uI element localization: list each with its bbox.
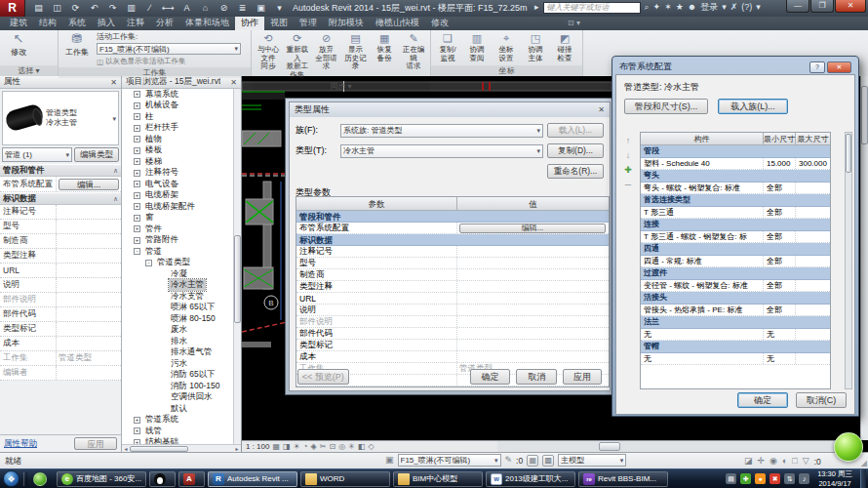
worksets-dialog-icon[interactable]: ▦ [527,455,538,467]
cancel-button[interactable]: 取消 [516,369,557,385]
view-scale-button[interactable]: 1 : 100 [246,442,269,451]
ribbon-tab[interactable]: 注释 [121,15,150,30]
browser-hscroll-thumb[interactable] [130,446,188,452]
show-crop-icon[interactable]: ⊡ [329,442,335,452]
shadows-icon[interactable]: ◔ [303,442,308,452]
tree-expander-icon[interactable]: + [134,192,140,199]
start-button[interactable]: ❖ [3,470,20,487]
save-icon[interactable]: ◫ [50,1,64,15]
tray-alert-icon[interactable]: ✖ [769,473,780,484]
ok-button[interactable]: 确定 [737,392,788,408]
canvas-vertical-scrollbar[interactable] [860,76,868,440]
close-icon[interactable]: ✕ [230,78,237,87]
coordination-review-button[interactable]: ▥ 协调 查阅 [462,31,492,62]
restore-backup-button[interactable]: ▦ 恢复 备份 [370,31,399,62]
worksets-button[interactable]: ⛃ 工作集 [60,31,94,58]
tree-item[interactable]: 默认 [122,403,233,415]
help-icon[interactable]: ? [809,61,825,73]
show-rendering-icon[interactable]: ◈ [311,442,317,452]
thin-lines-icon[interactable]: ≣ [235,1,250,15]
tray-volume-icon[interactable]: ♪ [799,473,809,484]
text-icon[interactable]: A [179,1,194,15]
tree-item[interactable]: + 幕墙系统 [122,89,233,101]
modify-button[interactable]: ↖ 修改 [2,31,35,58]
switch-windows-icon[interactable]: ▣ [254,1,268,15]
ribbon-tab[interactable]: 建筑 [4,15,33,30]
tree-item[interactable]: 排水通气管 [122,347,233,359]
measure-icon[interactable]: ∕ [142,1,157,15]
active-workset-dropdown[interactable]: F15_喷淋(不可编辑) ▾ [97,43,241,55]
tree-item[interactable]: + 电缆桥架 [122,190,233,202]
edit-route-button[interactable]: 编辑... [459,224,606,233]
infocenter-collapse-icon[interactable]: ▸ [534,1,539,14]
search-input[interactable] [543,2,641,14]
ribbon-tab[interactable]: 橄榄山快模 [370,15,425,30]
close-icon[interactable]: ✕ [598,105,605,114]
load-family-button[interactable]: 载入(L)... [547,123,604,138]
worksharing-display-icon[interactable]: ◧ [358,442,366,452]
tree-item[interactable]: + 线管 [122,426,233,437]
editing-requests-icon[interactable]: ✎ [505,454,513,467]
browser-vertical-scrollbar[interactable] [233,89,241,444]
default-3d-view-icon[interactable]: ⌂ [198,1,213,15]
help-dropdown-icon[interactable]: ▾ [756,1,761,14]
rename-button[interactable]: 重命名(R)... [547,164,604,179]
communication-center-icon[interactable]: ✶ [664,1,672,14]
scroll-left-icon[interactable]: ◂ [122,445,130,452]
ribbon-tab[interactable]: 管理 [294,15,323,30]
edit-route-button[interactable]: 编辑... [59,179,119,190]
show-desktop-button[interactable] [860,469,866,488]
move-row-up-icon[interactable]: ↑ [626,136,631,145]
duplicate-button[interactable]: 复制(D)... [547,143,604,158]
tree-item[interactable]: 消防 100-150 [122,381,233,392]
tree-expander-icon[interactable]: + [134,417,140,424]
apply-button[interactable]: 应用 [563,369,602,385]
tray-safety-icon[interactable]: ✚ [740,473,751,484]
tree-item[interactable]: 消防 65以下 [122,370,233,382]
tree-item[interactable]: - 管道类型 [122,258,233,269]
family-dropdown[interactable]: 系统族: 管道类型 ▾ [340,124,543,138]
segments-sizes-button[interactable]: 管段和尺寸(S)... [624,99,708,114]
browser-vscroll-thumb[interactable] [234,235,241,323]
tree-item[interactable]: 排水 [122,336,233,347]
component-row[interactable]: T 形三通 - 螺纹 - 钢塑复合: 标 全部 [641,231,830,244]
ribbon-tab[interactable]: 结构 [33,15,62,30]
tree-item[interactable]: + 管道系统 [122,415,233,427]
tree-item[interactable]: 冷凝 [122,268,233,280]
ribbon-tab[interactable]: 体量和场地 [179,15,235,30]
help-icon[interactable]: (?) [741,1,752,14]
move-row-down-icon[interactable]: ↓ [626,150,631,160]
interference-check-button[interactable]: ◩ 碰撞 检查 [550,31,579,62]
type-dropdown[interactable]: 冷水主管 ▾ [340,144,543,158]
redo-icon[interactable]: ↷ [105,1,120,15]
chevron-down-icon[interactable]: ▾ [112,115,116,123]
aligned-dimension-icon[interactable]: ⟷ [161,1,176,15]
favorites-icon[interactable]: ★ [676,1,684,14]
table-vscroll-thumb[interactable] [846,134,851,173]
tree-item[interactable]: - 管道 [122,246,233,258]
tree-item[interactable]: + 楼板 [122,145,233,157]
tree-item[interactable]: + 结构基础 [122,437,233,445]
select-links-icon[interactable]: □ [792,455,797,468]
workset-status-dropdown[interactable]: F15_喷淋(不可编辑) ▾ [398,454,501,467]
taskbar-2013-doc-button[interactable]: W 2013级建工职大... [486,471,575,487]
tree-item[interactable]: 喷淋 80-150 [122,313,233,325]
exclude-options-icon[interactable]: ◪ [744,455,753,468]
sign-in-dropdown-icon[interactable]: ▾ [722,1,727,14]
load-family-button[interactable]: 载入族(L)... [718,99,788,114]
type-selector[interactable]: 管道类型 冷水主管 ▾ [2,91,119,145]
tree-item[interactable]: 冷水主管 [122,280,233,292]
tree-item[interactable]: + 管件 [122,224,233,235]
sync-with-central-icon[interactable]: ⟳ [68,1,83,15]
tree-item[interactable]: + 管路附件 [122,235,233,247]
canvas-hscroll-thumb[interactable] [599,442,620,451]
add-row-icon[interactable]: ✚ [624,165,632,175]
editing-requests-button[interactable]: ✎ 正在编辑 请求 [399,31,428,71]
tray-printer-icon[interactable]: ▤ [726,473,736,484]
tree-expander-icon[interactable]: + [134,147,140,154]
tree-expander-icon[interactable]: - [134,248,140,255]
tree-item[interactable]: + 栏杆扶手 [122,123,233,135]
taskbar-clock[interactable]: 13:30 周三 2014/9/17 [813,469,856,488]
table-vertical-scrollbar[interactable] [845,132,852,389]
select-pinned-icon[interactable]: ◉ [769,455,777,468]
